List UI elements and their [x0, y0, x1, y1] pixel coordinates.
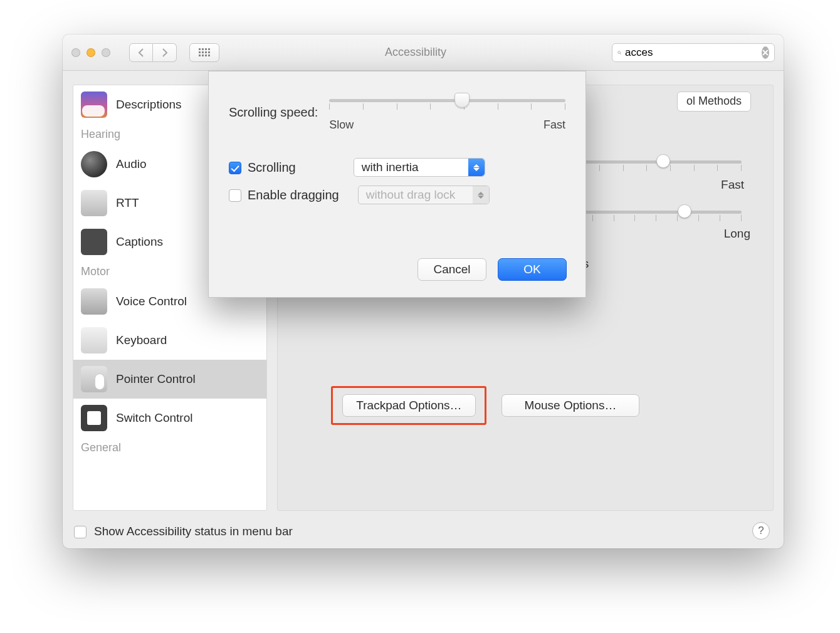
- svg-rect-2: [205, 48, 207, 50]
- dragging-mode-select: without drag lock: [358, 186, 490, 204]
- back-button[interactable]: [129, 43, 153, 62]
- sidebar-item-keyboard[interactable]: Keyboard: [73, 321, 266, 360]
- show-status-checkbox[interactable]: [74, 526, 87, 538]
- search-input[interactable]: [625, 46, 758, 59]
- svg-rect-7: [208, 51, 210, 53]
- sidebar-item-label: Switch Control: [116, 411, 193, 425]
- footer-row: Show Accessibility status in menu bar: [74, 525, 293, 538]
- switch-control-icon: [81, 405, 107, 431]
- nav-buttons: [129, 43, 177, 62]
- scrolling-speed-label: Scrolling speed:: [229, 105, 318, 120]
- keyboard-icon: [81, 327, 107, 353]
- sidebar-item-switch-control[interactable]: Switch Control: [73, 399, 266, 437]
- sidebar-item-label: RTT: [116, 196, 139, 210]
- svg-rect-1: [202, 48, 204, 50]
- sidebar-item-label: Pointer Control: [116, 372, 196, 386]
- sidebar-section-general: General: [73, 437, 266, 458]
- svg-rect-9: [202, 55, 204, 56]
- scrolling-checkbox[interactable]: [229, 162, 241, 174]
- modal-actions: Cancel OK: [417, 258, 567, 281]
- enable-dragging-checkbox[interactable]: [229, 189, 241, 202]
- dragging-row: Enable dragging without drag lock: [209, 186, 585, 204]
- scrolling-label: Scrolling: [248, 160, 296, 175]
- scrolling-row: Scrolling with inertia: [209, 158, 585, 177]
- voice-control-icon: [81, 288, 107, 315]
- svg-rect-6: [205, 51, 207, 53]
- scrolling-speed-row: Scrolling speed: Slow Fast: [209, 95, 585, 132]
- window-title: Accessibility: [226, 46, 606, 59]
- pointer-control-icon: [81, 366, 107, 392]
- scrolling-select-value: with inertia: [362, 160, 419, 174]
- sidebar-item-label: Keyboard: [116, 333, 167, 347]
- svg-point-12: [618, 51, 621, 53]
- clear-search-button[interactable]: ✕: [762, 46, 769, 59]
- scrolling-inertia-select[interactable]: with inertia: [354, 158, 485, 177]
- cancel-button[interactable]: Cancel: [417, 258, 486, 281]
- svg-rect-3: [208, 48, 210, 50]
- sidebar-item-pointer-control[interactable]: Pointer Control: [73, 360, 266, 399]
- sidebar-item-label: Audio: [116, 157, 147, 171]
- svg-rect-11: [208, 55, 210, 56]
- dragging-select-value: without drag lock: [366, 188, 456, 202]
- help-button[interactable]: ?: [752, 522, 770, 540]
- show-all-button[interactable]: [189, 43, 219, 62]
- search-field[interactable]: ✕: [612, 43, 775, 62]
- tab-control-methods[interactable]: ol Methods: [677, 92, 751, 112]
- search-icon: [617, 48, 621, 57]
- rtt-icon: [81, 190, 107, 216]
- ok-button[interactable]: OK: [498, 258, 567, 281]
- fast-label: Fast: [543, 118, 565, 132]
- audio-icon: [81, 151, 107, 177]
- enable-dragging-label: Enable dragging: [248, 188, 339, 202]
- sidebar-item-label: Descriptions: [116, 98, 182, 112]
- slider-fast-label: Fast: [721, 178, 744, 192]
- svg-rect-0: [199, 48, 201, 50]
- svg-rect-4: [199, 51, 201, 53]
- window-zoom-button[interactable]: [102, 48, 110, 57]
- window-minimize-button[interactable]: [87, 48, 95, 57]
- sidebar-item-label: Voice Control: [116, 295, 187, 308]
- trackpad-options-button[interactable]: Trackpad Options…: [342, 394, 476, 417]
- traffic-lights: [71, 48, 110, 57]
- svg-rect-8: [199, 55, 201, 56]
- mouse-options-button[interactable]: Mouse Options…: [501, 394, 639, 417]
- select-arrows-icon: [473, 186, 489, 204]
- scrolling-speed-slider[interactable]: Slow Fast: [329, 95, 565, 132]
- forward-button[interactable]: [153, 43, 177, 62]
- select-arrows-icon: [468, 159, 485, 176]
- sidebar-item-label: Captions: [116, 235, 163, 249]
- svg-rect-5: [202, 51, 204, 53]
- slider-long-label: Long: [724, 227, 750, 241]
- descriptions-icon: [81, 92, 107, 118]
- svg-line-13: [620, 53, 621, 55]
- window-close-button[interactable]: [71, 48, 80, 57]
- preferences-window: Accessibility ✕ Descriptions Hearing Aud…: [63, 34, 784, 548]
- slow-label: Slow: [329, 118, 354, 132]
- captions-icon: [81, 229, 107, 255]
- show-status-label: Show Accessibility status in menu bar: [94, 525, 293, 538]
- trackpad-options-sheet: Scrolling speed: Slow Fast Scrolling wit…: [208, 71, 586, 298]
- svg-rect-10: [205, 55, 207, 56]
- titlebar: Accessibility ✕: [63, 34, 784, 71]
